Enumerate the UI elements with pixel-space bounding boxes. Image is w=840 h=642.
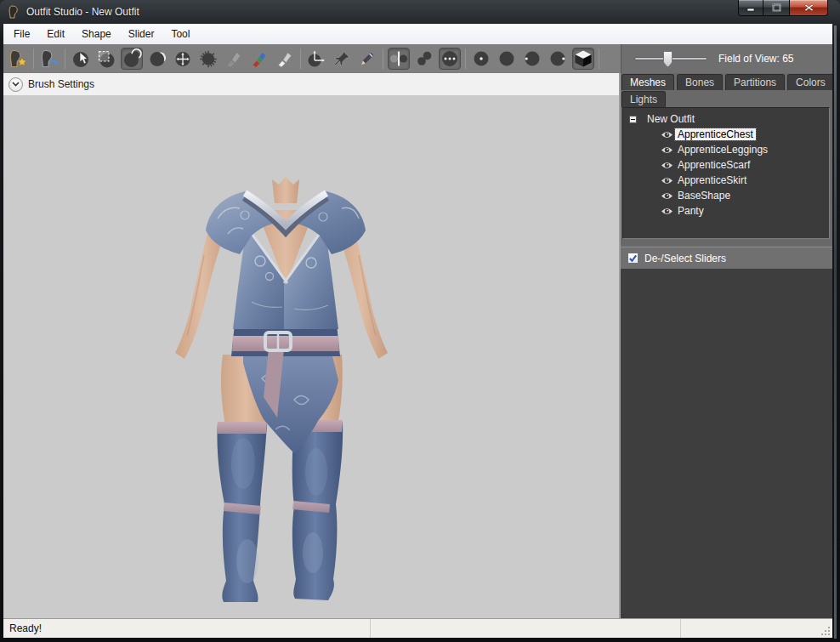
eye-icon[interactable] [661,191,673,201]
circle-dot-right-icon [548,48,568,69]
tree-item-label[interactable]: ApprenticeSkirt [675,174,749,186]
maximize-icon [772,3,781,12]
brush-settings-label: Brush Settings [28,78,94,90]
toolbar-separator [465,48,466,69]
eye-icon[interactable] [661,176,673,185]
tree-item[interactable]: ApprenticeChest [623,127,829,142]
tree-root-label: New Outfit [644,113,697,125]
statusbar: Ready! [3,618,832,638]
load-project-button[interactable] [38,48,60,70]
tree-item-label[interactable]: BaseShape [675,190,733,202]
menu-slider[interactable]: Slider [120,24,163,44]
inflate-brush-button[interactable] [121,48,143,70]
x-mirror-toggle-button[interactable] [388,48,410,70]
deflate-brush-icon [147,48,167,69]
collapse-icon[interactable] [629,116,637,123]
brush-circle-dot-left-button[interactable] [521,48,543,70]
smooth-brush-button[interactable] [197,48,219,70]
perspective-cube-toggle-button[interactable] [572,48,594,70]
new-project-button[interactable] [7,48,29,70]
minimize-button[interactable] [738,0,763,16]
mask-brush-icon [96,48,116,69]
status-message-section: Ready! [3,619,370,638]
toolbar-separator [33,48,34,69]
tree-item[interactable]: Panty [623,203,829,219]
mask-brush-button[interactable] [95,48,117,70]
close-button[interactable] [789,0,828,16]
select-tool-button[interactable] [70,48,92,70]
deselect-sliders-checkbox[interactable] [627,253,639,264]
tree-item[interactable]: ApprenticeScarf [623,157,829,173]
status-section-3 [680,619,832,638]
eye-icon[interactable] [661,207,673,216]
tree-item[interactable]: BaseShape [623,188,829,203]
tab-bones[interactable]: Bones [677,74,723,90]
alpha-brush-button[interactable] [274,48,296,70]
fov-label: Field of View: 65 [718,53,794,65]
tab-colors[interactable]: Colors [787,74,832,90]
menu-edit[interactable]: Edit [38,24,73,44]
titlebar[interactable]: Outfit Studio - New Outfit [0,0,840,24]
chevron-down-icon [12,82,20,87]
tab-lights[interactable]: Lights [621,91,666,107]
smooth-brush-icon [198,48,219,69]
edit-pencil-button[interactable] [356,48,378,70]
toolbar-separator [383,48,383,69]
tree-root-row[interactable]: New Outfit [623,111,829,127]
toolbar-separator [300,48,301,69]
x-mirror-icon [389,48,409,69]
brush-circle-dot-right-button[interactable] [547,48,569,70]
window-controls [738,0,828,16]
menu-file[interactable]: File [5,24,38,44]
right-panel: Meshes Bones Partitions Colors Lights Ne… [621,73,832,618]
app-icon [8,5,21,19]
viewport-3d[interactable] [3,96,619,618]
model-3d [167,174,396,608]
brush-circle-solid-button[interactable] [496,48,518,70]
deselect-sliders-label: De-/Select Sliders [644,253,726,264]
pin-tool-button[interactable] [331,48,353,70]
eye-icon[interactable] [661,130,673,139]
tree-item[interactable]: ApprenticeLeggings [623,142,829,157]
move-brush-button[interactable] [172,48,194,70]
fov-slider-thumb[interactable] [663,51,673,67]
brush-circle-dot-center-button[interactable] [470,48,492,70]
close-icon [804,3,814,12]
color-brush-button[interactable] [248,48,270,70]
window-border-highlight [834,26,837,639]
deselect-sliders-bar: De-/Select Sliders [621,247,832,269]
meshes-tree: New Outfit ApprenticeChest ApprenticeLeg… [622,107,830,239]
select-tool-icon [71,48,91,69]
tree-item-label[interactable]: ApprenticeLeggings [675,144,770,156]
boot-trim [217,422,267,434]
transform-tool-button[interactable] [305,48,327,70]
inflate-brush-icon [122,48,142,69]
eye-icon[interactable] [661,145,673,155]
tab-partitions[interactable]: Partitions [725,74,785,90]
brush-settings-collapse-button[interactable] [9,77,23,92]
menu-tool[interactable]: Tool [162,24,198,44]
connected-only-button[interactable] [413,48,435,70]
weight-brush-button[interactable] [223,48,245,70]
main-area: Brush Settings [3,73,832,618]
weight-brush-icon [224,48,244,69]
client-area: File Edit Shape Slider Tool [3,24,832,638]
tree-item-label[interactable]: Panty [675,205,707,217]
tree-item-label[interactable]: ApprenticeScarf [675,159,752,171]
tab-meshes[interactable]: Meshes [621,74,674,90]
fov-slider[interactable] [634,57,707,60]
global-brush-collision-button[interactable] [439,48,461,70]
deflate-brush-button[interactable] [146,48,168,70]
perspective-cube-icon [573,48,593,69]
resize-grip[interactable] [820,626,831,637]
eye-icon[interactable] [661,161,673,170]
tree-item[interactable]: ApprenticeSkirt [623,173,829,188]
alpha-brush-icon [275,48,295,69]
toolbar-separator [65,48,65,69]
menu-shape[interactable]: Shape [73,24,120,44]
model-neck [272,177,299,203]
maximize-button[interactable] [763,0,789,16]
tree-item-label[interactable]: ApprenticeChest [675,128,756,140]
global-brush-collision-icon [440,48,460,69]
move-brush-icon [173,48,193,69]
